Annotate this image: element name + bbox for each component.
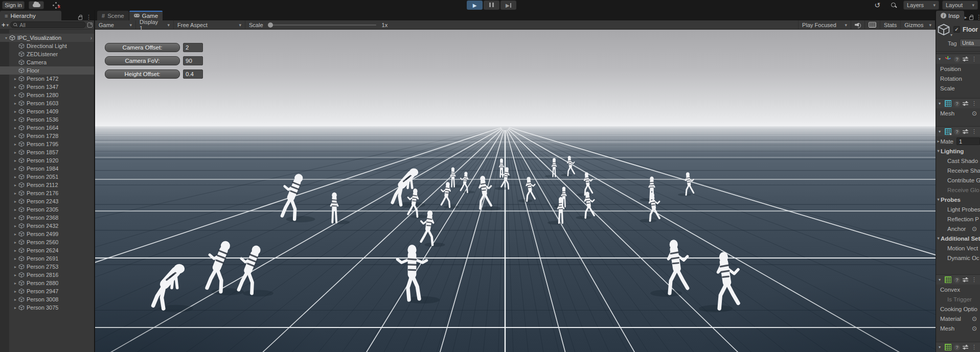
gizmos-dropdown[interactable]: Gizmos▾: [901, 20, 935, 29]
component-header-mesh-renderer[interactable]: ▾?⋮: [936, 126, 980, 136]
hierarchy-row[interactable]: ▸Person 3075: [0, 303, 94, 312]
object-picker-icon[interactable]: ⊙: [972, 110, 977, 117]
hierarchy-row[interactable]: ▸Person 2560: [0, 238, 94, 246]
tab-hierarchy[interactable]: ≡ Hierarchy: [0, 11, 61, 20]
inspector-row-convex[interactable]: Convex: [936, 285, 980, 294]
inspector-row-motion-vect[interactable]: Motion Vect: [936, 243, 980, 253]
hierarchy-row[interactable]: ▸Person 2051: [0, 173, 94, 181]
expand-arrow-icon[interactable]: ▸: [12, 240, 18, 245]
kebab-menu-icon[interactable]: ⋮: [976, 14, 980, 20]
hierarchy-row-root[interactable]: ▾IPC_Visualization›: [0, 34, 94, 42]
inspector-row-light-probes[interactable]: Light Probes: [936, 204, 980, 214]
expand-arrow-icon[interactable]: ▸: [12, 118, 18, 122]
kebab-menu-icon[interactable]: ⋮: [971, 56, 977, 62]
hierarchy-search-input[interactable]: All: [10, 21, 86, 28]
tag-dropdown[interactable]: Unta: [960, 39, 980, 47]
undo-history-button[interactable]: ↺: [871, 1, 884, 10]
foldout-arrow-icon[interactable]: ▾: [937, 129, 942, 134]
hierarchy-row[interactable]: ▸Person 3008: [0, 295, 94, 303]
lock-icon[interactable]: [78, 16, 82, 20]
inspector-row-cast-shado[interactable]: Cast Shado: [936, 156, 980, 166]
kebab-menu-icon[interactable]: ⋮: [971, 276, 977, 283]
inspector-row-rotation[interactable]: Rotation: [936, 74, 980, 83]
hierarchy-row[interactable]: ▸Person 2691: [0, 254, 94, 263]
hierarchy-row[interactable]: ▸Person 2624: [0, 246, 94, 254]
inspector-row-mate[interactable]: ▸Mate1: [936, 136, 980, 146]
expand-arrow-icon[interactable]: ▸: [12, 85, 18, 89]
hierarchy-row[interactable]: ▸Person 2753: [0, 263, 94, 271]
component-header-mesh-collider[interactable]: ▾?⋮: [936, 274, 980, 285]
hierarchy-row[interactable]: ▸Person 1472: [0, 75, 94, 83]
expand-arrow-icon[interactable]: ▸: [12, 216, 18, 220]
foldout-arrow-icon[interactable]: ▾: [937, 277, 942, 282]
expand-arrow-icon[interactable]: ▸: [12, 273, 18, 277]
expand-arrow-icon[interactable]: ▸: [12, 150, 18, 155]
search-options-icon[interactable]: [87, 22, 93, 28]
expand-arrow-icon[interactable]: ▸: [12, 224, 18, 228]
expand-arrow-icon[interactable]: ▸: [12, 207, 18, 212]
hierarchy-row[interactable]: ▸Person 2368: [0, 214, 94, 222]
scale-slider[interactable]: Scale 1x: [245, 20, 391, 29]
presets-icon[interactable]: [963, 129, 969, 134]
inspector-row-material[interactable]: Material⊙: [936, 314, 980, 323]
inspector-row-mesh[interactable]: Mesh⊙: [936, 323, 980, 333]
hierarchy-row[interactable]: Directional Light: [0, 42, 94, 50]
expand-arrow-icon[interactable]: ▸: [12, 77, 18, 81]
camera-fov-field[interactable]: 90: [183, 56, 203, 65]
inspector-row-position[interactable]: Position: [936, 64, 980, 74]
inspector-row-probes[interactable]: ▾Probes: [936, 195, 980, 204]
scale-slider-knob[interactable]: [268, 22, 273, 28]
expand-arrow-icon[interactable]: ▸: [12, 142, 18, 147]
expand-arrow-icon[interactable]: ▸: [12, 281, 18, 286]
component-header-extra-component[interactable]: ▾?⋮: [936, 342, 980, 352]
hierarchy-row[interactable]: ▸Person 1728: [0, 132, 94, 140]
expand-arrow-icon[interactable]: ▸: [12, 183, 18, 187]
expand-arrow-icon[interactable]: ▸: [12, 93, 18, 98]
hierarchy-row[interactable]: ▸Person 2432: [0, 222, 94, 230]
foldout-arrow-icon[interactable]: ▾: [936, 197, 941, 202]
search-button[interactable]: [887, 1, 900, 10]
hierarchy-row[interactable]: ▸Person 1280: [0, 91, 94, 99]
foldout-arrow-icon[interactable]: ▾: [937, 345, 942, 349]
inspector-row-mesh[interactable]: Mesh⊙: [936, 108, 980, 118]
camera-offset-field[interactable]: 2: [183, 43, 203, 52]
hierarchy-row[interactable]: ▸Person 1664: [0, 124, 94, 132]
more-tabs-icon[interactable]: ▸: [965, 15, 967, 20]
sign-in-button[interactable]: Sign in: [2, 1, 25, 9]
tab-scene[interactable]: # Scene: [97, 11, 129, 20]
expand-arrow-icon[interactable]: ▸: [12, 297, 18, 302]
object-picker-icon[interactable]: ⊙: [972, 225, 977, 232]
camera-offset-button[interactable]: Camera Offset:: [105, 43, 180, 52]
expand-arrow-icon[interactable]: ▸: [12, 256, 18, 261]
layout-dropdown[interactable]: Layout▾: [942, 1, 978, 10]
hierarchy-row[interactable]: ▸Person 1920: [0, 156, 94, 165]
inspector-row-cooking-optio[interactable]: Cooking Optio: [936, 304, 980, 314]
kebab-menu-icon[interactable]: ⋮: [971, 100, 977, 107]
inspector-row-anchor[interactable]: Anchor⊙: [936, 224, 980, 233]
step-button[interactable]: ▶: [500, 1, 516, 10]
help-icon[interactable]: ?: [954, 277, 960, 283]
kebab-menu-icon[interactable]: ⋮: [86, 14, 92, 20]
help-icon[interactable]: ?: [954, 56, 960, 62]
expand-arrow-icon[interactable]: ▸: [12, 134, 18, 138]
inspector-row-scale[interactable]: Scale: [936, 83, 980, 93]
inspector-row-dynamic-oc[interactable]: Dynamic Oc: [936, 253, 980, 263]
lock-icon[interactable]: [969, 16, 973, 20]
prefab-open-icon[interactable]: ›: [90, 35, 92, 41]
scale-slider-track[interactable]: [269, 25, 376, 26]
hierarchy-row[interactable]: ▸Person 1536: [0, 115, 94, 124]
inspector-row-lighting[interactable]: ▾Lighting: [936, 146, 980, 156]
foldout-arrow-icon[interactable]: ▾: [937, 101, 942, 106]
hierarchy-row[interactable]: ▸Person 1795: [0, 140, 94, 148]
play-focused-dropdown[interactable]: Play Focused▾: [798, 20, 851, 29]
inspector-row-is-trigger[interactable]: Is Trigger: [936, 294, 980, 304]
object-picker-icon[interactable]: ⊙: [972, 325, 977, 332]
expand-arrow-icon[interactable]: ▸: [12, 126, 18, 130]
layers-dropdown[interactable]: Layers▾: [903, 1, 939, 10]
tab-inspector[interactable]: i Insp: [936, 11, 964, 20]
expand-arrow-icon[interactable]: ▸: [12, 175, 18, 179]
cloud-services-button[interactable]: [29, 1, 44, 9]
chevron-down-icon[interactable]: ▾: [7, 22, 9, 28]
height-offset-button[interactable]: Height Offset:: [105, 69, 180, 79]
expand-arrow-icon[interactable]: ▸: [12, 306, 18, 310]
